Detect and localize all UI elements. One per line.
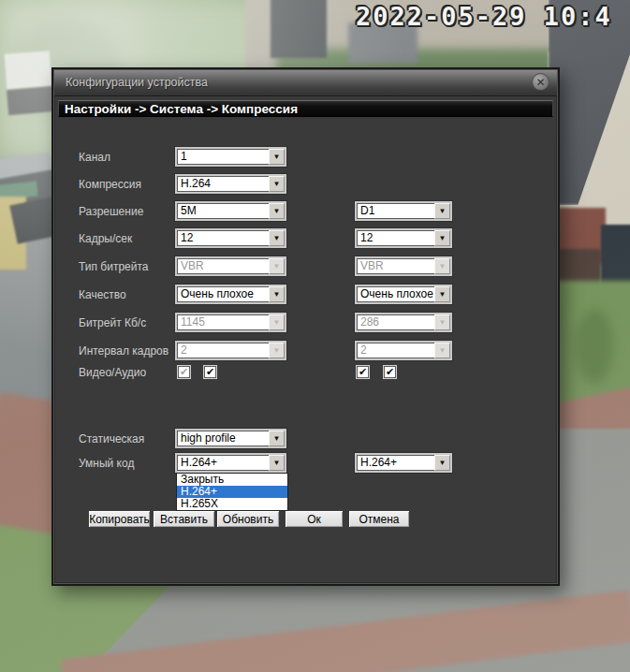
chevron-down-icon: ▼: [434, 258, 450, 274]
smart-code-sub-select[interactable]: H.264+ ▼: [355, 453, 452, 473]
copy-button[interactable]: Копировать: [88, 510, 151, 528]
label-resolution: Разрешение: [79, 205, 143, 218]
label-smart-code: Умный код: [79, 457, 134, 470]
chevron-down-icon[interactable]: ▼: [269, 203, 285, 219]
quality-main-select[interactable]: Очень плохое ▼: [175, 285, 286, 304]
paste-button[interactable]: Вставить: [153, 510, 215, 528]
chevron-down-icon[interactable]: ▼: [269, 286, 285, 302]
chevron-down-icon[interactable]: ▼: [434, 455, 450, 471]
chevron-down-icon[interactable]: ▼: [269, 230, 285, 246]
close-button[interactable]: ✕: [532, 73, 549, 91]
label-channel: Канал: [79, 151, 110, 164]
chevron-down-icon: ▼: [269, 343, 285, 358]
resolution-sub-select[interactable]: D1 ▼: [355, 201, 452, 221]
label-bitrate: Битрейт Кб/с: [79, 316, 146, 329]
label-fps: Кадры/сек: [79, 232, 132, 245]
sub-audio-checkbox[interactable]: ✔: [384, 366, 396, 378]
dialog-titlebar[interactable]: Конфигурации устройства ✕: [54, 70, 557, 96]
compression-select[interactable]: H.264 ▼: [175, 174, 286, 194]
device-config-dialog: Конфигурации устройства ✕ Настройки -> С…: [51, 67, 560, 586]
chevron-down-icon[interactable]: ▼: [269, 455, 285, 471]
chevron-down-icon: ▼: [434, 343, 450, 358]
bitrate-main-select: 1145 ▼: [175, 313, 286, 332]
chevron-down-icon: ▼: [269, 258, 285, 274]
check-icon: ✔: [206, 367, 214, 377]
label-quality: Качество: [79, 288, 126, 301]
ok-button[interactable]: Ок: [285, 510, 344, 528]
close-icon: ✕: [535, 77, 545, 88]
breadcrumb: Настройки -> Система -> Компрессия: [58, 100, 553, 117]
channel-select[interactable]: 1 ▼: [175, 147, 286, 167]
smart-code-main-select[interactable]: H.264+ ▼: [175, 453, 286, 473]
check-icon: ✔: [386, 367, 394, 377]
static-profile-select[interactable]: high profile ▼: [175, 429, 286, 448]
cancel-button[interactable]: Отмена: [348, 510, 410, 528]
chevron-down-icon[interactable]: ▼: [269, 149, 285, 165]
chevron-down-icon[interactable]: ▼: [269, 431, 285, 446]
label-static-profile: Статическая: [79, 432, 144, 446]
dropdown-option-h265x[interactable]: H.265X: [177, 498, 287, 510]
label-video-audio: Видео/Аудио: [79, 366, 146, 379]
fps-main-select[interactable]: 12 ▼: [175, 228, 286, 248]
resolution-main-select[interactable]: 5M ▼: [175, 201, 286, 221]
frame-interval-sub-select: 2 ▼: [355, 341, 452, 360]
chevron-down-icon: ▼: [434, 314, 450, 330]
label-compression: Компрессия: [79, 178, 141, 191]
check-icon: ✔: [359, 367, 367, 377]
dialog-title: Конфигурации устройства: [66, 76, 208, 89]
chevron-down-icon[interactable]: ▼: [269, 176, 285, 192]
sub-video-checkbox[interactable]: ✔: [357, 366, 369, 378]
check-icon: ✔: [180, 367, 188, 377]
main-audio-checkbox[interactable]: ✔: [204, 366, 216, 378]
quality-sub-select[interactable]: Очень плохое ▼: [355, 285, 452, 304]
main-video-checkbox: ✔: [178, 366, 190, 378]
chevron-down-icon: ▼: [269, 314, 285, 330]
refresh-button[interactable]: Обновить: [216, 510, 280, 528]
bitrate-type-main-select: VBR ▼: [175, 256, 286, 276]
chevron-down-icon[interactable]: ▼: [434, 230, 450, 246]
frame-interval-main-select: 2 ▼: [175, 341, 286, 360]
label-bitrate-type: Тип битрейта: [79, 260, 149, 273]
fps-sub-select[interactable]: 12 ▼: [355, 228, 452, 248]
chevron-down-icon[interactable]: ▼: [434, 203, 450, 219]
bitrate-type-sub-select: VBR ▼: [355, 256, 452, 276]
chevron-down-icon[interactable]: ▼: [434, 286, 450, 302]
bitrate-sub-select: 286 ▼: [355, 313, 452, 332]
label-frame-interval: Интервал кадров: [79, 344, 168, 358]
osd-timestamp: 2022-05-29 10:4: [356, 2, 612, 31]
smart-code-dropdown-list: Закрыть H.264+ H.265X: [176, 473, 288, 511]
